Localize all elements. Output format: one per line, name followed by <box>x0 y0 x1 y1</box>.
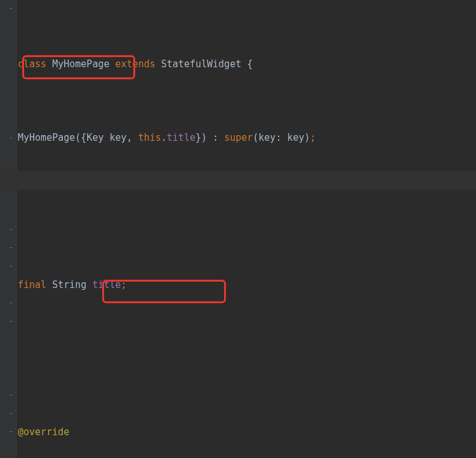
fold-icon[interactable]: − <box>8 428 14 435</box>
fold-icon[interactable]: − <box>8 226 14 232</box>
code-line[interactable]: MyHomePage({Key key, this.title}) : supe… <box>18 129 322 147</box>
fold-icon[interactable]: − <box>8 299 14 306</box>
fold-icon[interactable]: − <box>8 318 14 324</box>
fold-icon[interactable]: − <box>8 5 14 11</box>
code-line[interactable]: @override <box>18 423 322 442</box>
code-line[interactable]: class MyHomePage extends StatefulWidget … <box>18 55 322 74</box>
code-line[interactable]: final String title; <box>18 276 322 294</box>
code-editor[interactable]: class MyHomePage extends StatefulWidget … <box>18 0 322 458</box>
gutter: − − − − − − − − − − − <box>0 0 17 458</box>
fold-icon[interactable]: − <box>8 410 14 416</box>
fold-icon[interactable]: − <box>8 263 14 269</box>
fold-icon[interactable]: − <box>8 244 14 251</box>
fold-icon[interactable]: − <box>8 134 14 141</box>
fold-icon[interactable]: − <box>8 391 14 398</box>
